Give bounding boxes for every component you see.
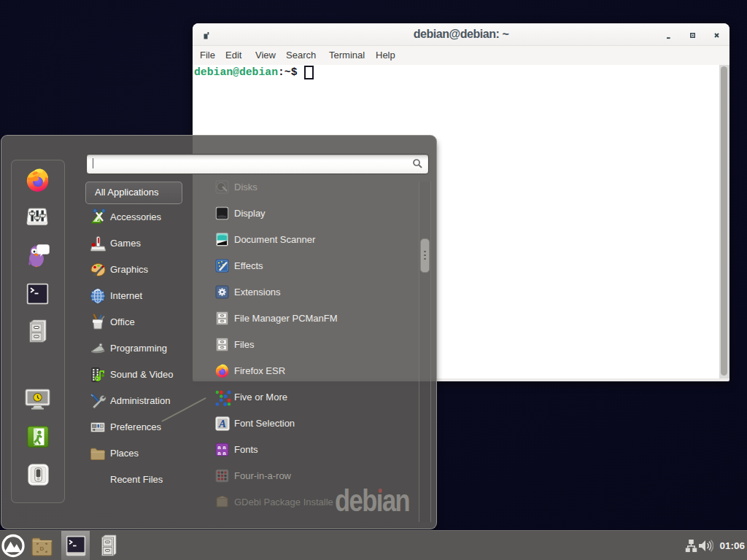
svg-text:D: D: [40, 545, 44, 552]
svg-text:A: A: [218, 418, 226, 429]
svg-text:a: a: [222, 450, 226, 456]
svg-text:a: a: [217, 450, 221, 456]
